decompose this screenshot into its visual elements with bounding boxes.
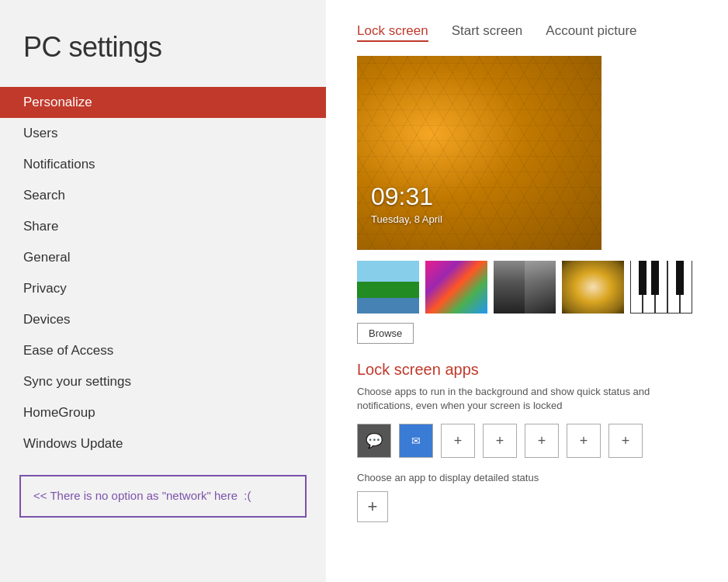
app-icon-add-4[interactable]: + [567,424,601,458]
lock-screen-app-icons-row: 💬 ✉ + + + + + [357,424,697,458]
piano-black-key [651,261,659,295]
sidebar-item-privacy[interactable]: Privacy [0,273,326,304]
piano-keys [630,261,692,314]
browse-button[interactable]: Browse [357,323,414,344]
chat-icon: 💬 [366,432,383,449]
sidebar-item-personalize[interactable]: Personalize [0,87,326,118]
thumbnail-1[interactable] [357,261,419,314]
apps-section-title: Lock screen apps [357,361,697,379]
tabs-bar: Lock screen Start screen Account picture [357,23,697,42]
sidebar: PC settings Personalize Users Notificati… [0,0,326,582]
sidebar-item-users[interactable]: Users [0,118,326,149]
tab-account-picture[interactable]: Account picture [546,23,636,42]
sidebar-item-notifications[interactable]: Notifications [0,149,326,180]
sidebar-item-windows-update[interactable]: Windows Update [0,428,326,459]
plus-icon-2: + [496,433,504,449]
thumbnail-5[interactable] [630,261,692,314]
sidebar-item-sync-settings[interactable]: Sync your settings [0,366,326,397]
sidebar-item-ease-of-access[interactable]: Ease of Access [0,335,326,366]
piano-black-key [676,261,684,295]
annotation-box: << There is no option as "network" here … [19,475,307,518]
app-icon-add-2[interactable]: + [483,424,517,458]
app-icon-add-5[interactable]: + [608,424,643,458]
main-content: Lock screen Start screen Account picture… [326,0,728,582]
choose-detail-label: Choose an app to display detailed status [357,472,697,483]
plus-icon-3: + [538,433,546,449]
sidebar-item-homegroup[interactable]: HomeGroup [0,397,326,428]
apps-section-desc: Choose apps to run in the background and… [357,385,697,413]
app-icon-add-3[interactable]: + [525,424,559,458]
tab-start-screen[interactable]: Start screen [452,23,523,42]
sidebar-item-search[interactable]: Search [0,180,326,211]
plus-icon-5: + [622,433,630,449]
lock-date: Tuesday, 8 April [371,213,442,225]
sidebar-item-general[interactable]: General [0,242,326,273]
app-icon-chat[interactable]: 💬 [357,424,391,458]
add-detail-app-button[interactable]: + [357,491,388,522]
mail-icon: ✉ [411,435,421,447]
app-icon-add-1[interactable]: + [441,424,475,458]
thumbnail-strip [357,261,697,314]
page-title: PC settings [0,23,326,87]
plus-icon-detail: + [368,497,378,517]
app-icon-mail[interactable]: ✉ [399,424,433,458]
plus-icon-1: + [454,433,463,449]
thumbnail-3[interactable] [494,261,556,314]
thumbnail-4[interactable] [562,261,624,314]
lock-screen-preview: 09:31 Tuesday, 8 April [357,56,601,250]
piano-black-key [639,261,647,295]
sidebar-item-share[interactable]: Share [0,211,326,242]
thumbnail-2[interactable] [425,261,487,314]
sidebar-item-devices[interactable]: Devices [0,304,326,335]
annotation-text: << There is no option as "network" here … [33,489,251,502]
lock-time: 09:31 [371,182,433,211]
tab-lock-screen[interactable]: Lock screen [357,23,428,42]
plus-icon-4: + [580,433,588,449]
